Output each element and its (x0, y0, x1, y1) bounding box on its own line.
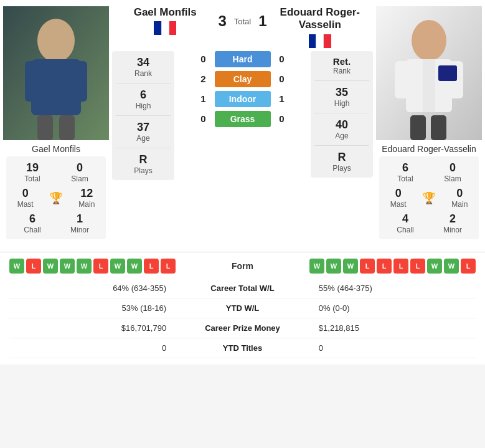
surface-clay-btn: Clay (215, 71, 271, 87)
surface-rows: 0 Hard 0 2 Clay 0 1 Indoor 1 (182, 51, 303, 131)
svg-rect-4 (25, 61, 39, 102)
right-center-col: Ret. Rank 35 High 40 Age R (311, 51, 373, 178)
total-label-block: Total (234, 17, 251, 26)
center-right-age: 40 Age (314, 118, 369, 140)
left-player-name: Gael Monfils (32, 144, 80, 154)
right-form-badges: WWWLLLLWWL (309, 259, 476, 274)
stats-table: 64% (634-355) Career Total W/L 55% (464-… (9, 279, 476, 358)
form-badge-l: L (461, 259, 476, 274)
prize-label: Career Prize Money (172, 318, 313, 338)
ytd-wl-label: YTD W/L (172, 298, 313, 318)
left-center-col: 34 Rank 6 High 37 Age R (112, 51, 174, 180)
form-badge-w: W (43, 259, 58, 274)
ytd-wl-row: 53% (18-16) YTD W/L 0% (0-0) (9, 298, 476, 318)
prize-row: $16,701,790 Career Prize Money $1,218,81… (9, 318, 476, 338)
right-career-wl: 55% (464-375) (313, 279, 476, 298)
divider6 (314, 145, 369, 146)
right-flag-red (324, 34, 331, 48)
left-minor: 1 Minor (59, 212, 101, 234)
surface-indoor-btn: Indoor (215, 91, 271, 107)
names-row: Gael Monfils 3 Total 1 (112, 6, 373, 48)
divider4 (314, 80, 369, 81)
top-section: Gael Monfils 19 Total 0 Slam (0, 0, 485, 245)
right-flag-white (316, 34, 324, 48)
career-wl-row: 64% (634-355) Career Total W/L 55% (464-… (9, 279, 476, 298)
surface-indoor: 1 Indoor 1 (182, 91, 303, 107)
form-badge-w: W (444, 259, 459, 274)
svg-rect-6 (37, 115, 53, 140)
form-label: Form (176, 261, 309, 271)
right-total: 6 Total (384, 161, 426, 183)
form-badge-w: W (343, 259, 358, 274)
left-total: 19 Total (11, 161, 54, 183)
right-prize: $1,218,815 (313, 318, 476, 338)
right-player-photo (376, 6, 482, 140)
left-trophy-icon: 🏆 (42, 191, 70, 205)
center-right-rank: Ret. Rank (314, 56, 369, 75)
form-badge-l: L (26, 259, 41, 274)
center-left-age: 37 Age (116, 121, 171, 143)
form-badge-w: W (127, 259, 142, 274)
divider5 (314, 113, 369, 113)
left-ytd-titles: 0 (9, 338, 172, 358)
left-flag (112, 21, 218, 35)
flag-white (161, 21, 169, 35)
left-big-name: Gael Monfils (112, 6, 218, 19)
bottom-section: WLWWWLWWLL Form WWWLLLLWWL 64% (634-355)… (0, 252, 485, 365)
right-chall: 4 Chall (384, 212, 426, 234)
right-big-name: Edouard Roger-Vasselin (267, 6, 373, 32)
form-badge-l: L (161, 259, 176, 274)
right-minor: 2 Minor (431, 212, 474, 234)
svg-rect-15 (438, 65, 457, 81)
center-left-high: 6 High (116, 88, 171, 110)
right-flag-blue (309, 34, 316, 48)
divider2 (116, 115, 171, 116)
left-player-stats: 19 Total 0 Slam 0 Mast 🏆 (6, 156, 106, 239)
main-container: Gael Monfils 19 Total 0 Slam (0, 0, 485, 365)
right-chall-minor: 4 Chall 2 Minor (384, 212, 474, 234)
flag-blue (154, 21, 161, 35)
svg-rect-5 (73, 61, 87, 102)
right-mast: 0 Mast (384, 187, 412, 209)
center-right-high: 35 High (314, 86, 369, 108)
right-trophy-icon: 🏆 (415, 191, 443, 205)
svg-point-10 (412, 20, 446, 61)
surface-clay: 2 Clay 0 (182, 71, 303, 87)
right-name-flag: Edouard Roger-Vasselin (267, 6, 373, 48)
ytd-titles-label: YTD Titles (172, 338, 313, 358)
form-badge-l: L (93, 259, 108, 274)
svg-rect-16 (410, 115, 426, 140)
form-badge-w: W (110, 259, 125, 274)
right-player-name: Edouard Roger-Vasselin (382, 144, 476, 154)
form-badge-l: L (410, 259, 425, 274)
surface-grass-btn: Grass (215, 111, 271, 127)
score-left: 3 (218, 12, 226, 30)
form-row: WLWWWLWWLL Form WWWLLLLWWL (9, 259, 476, 274)
form-badge-l: L (393, 259, 408, 274)
form-badge-w: W (427, 259, 442, 274)
svg-rect-12 (423, 59, 435, 112)
left-mast: 0 Mast (11, 187, 39, 209)
left-ytd-wl: 53% (18-16) (9, 298, 172, 318)
form-badge-l: L (144, 259, 159, 274)
divider3 (116, 148, 171, 148)
form-badge-w: W (60, 259, 75, 274)
svg-point-2 (37, 19, 75, 62)
total-label: Total (234, 17, 251, 26)
score-right: 1 (258, 12, 266, 30)
right-ytd-wl: 0% (0-0) (313, 298, 476, 318)
score-block: 3 Total 1 (218, 6, 266, 30)
flag-red (169, 21, 176, 35)
left-slam: 0 Slam (59, 161, 101, 183)
left-player-col: Gael Monfils 19 Total 0 Slam (3, 6, 109, 239)
left-main: 12 Main (73, 187, 101, 209)
right-slam: 0 Slam (431, 161, 474, 183)
left-chall: 6 Chall (11, 212, 54, 234)
surface-hard-btn: Hard (215, 51, 271, 67)
svg-rect-17 (431, 115, 446, 140)
center-left-rank: 34 Rank (116, 56, 171, 78)
left-chall-minor: 6 Chall 1 Minor (11, 212, 101, 234)
right-player-col: Edouard Roger-Vasselin 6 Total 0 Slam (376, 6, 482, 239)
divider1 (116, 83, 171, 83)
form-badge-w: W (309, 259, 324, 274)
